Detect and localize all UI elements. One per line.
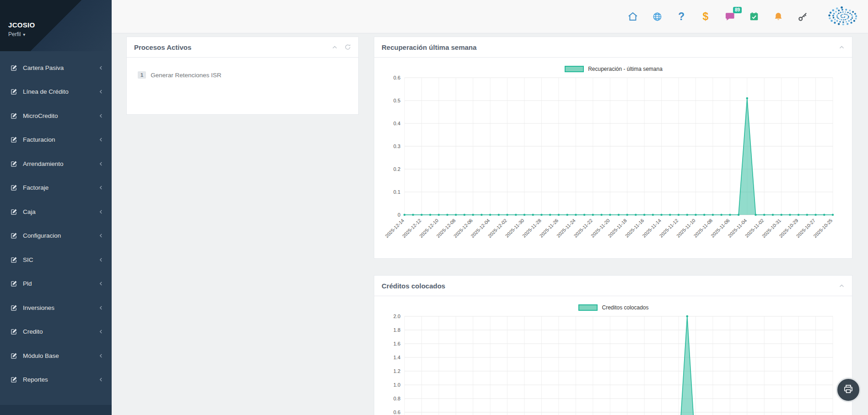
sidebar-item-reportes[interactable]: Reportes [0,368,112,392]
refresh-icon[interactable] [345,44,351,50]
top-bar: ?$89 [112,0,868,33]
chevron-up-icon[interactable] [839,283,845,289]
sidebar-item-label: Línea de Crédito [23,88,98,95]
legend-swatch [578,304,598,311]
sidebar-item-label: MicroCredito [23,112,98,119]
svg-text:0.5: 0.5 [394,98,400,103]
sidebar-item-label: Módulo Base [23,352,98,359]
panel-tools [332,44,351,50]
svg-text:1.8: 1.8 [394,327,400,333]
sidebar-item-pld[interactable]: Pld [0,272,112,296]
recuperacion-chart: Recuperación - última semana 00.10.20.30… [374,58,852,259]
chevron-left-icon [98,209,103,214]
chevron-left-icon [98,305,103,310]
edit-icon [11,304,17,311]
creditos-chart: Creditos colocados 00.20.40.60.81.01.21.… [374,296,852,415]
notifications-icon[interactable] [772,10,784,23]
sidebar-item-factoraje[interactable]: Factoraje [0,176,112,200]
sidebar-item-facturacion[interactable]: Facturacion [0,128,112,152]
dollar-glyph: $ [703,11,709,22]
sidebar-item-microcredito[interactable]: MicroCredito [0,104,112,128]
edit-icon [11,136,17,143]
chevron-left-icon [98,281,103,286]
edit-icon [11,112,17,119]
legend-label: Recuperación - última semana [588,66,663,72]
edit-icon [11,280,17,287]
sidebar-item-arrendamiento[interactable]: Arrendamiento [0,152,112,176]
process-item[interactable]: 1Generar Retenciones ISR [138,71,358,79]
messages-icon[interactable]: 89 [724,10,736,23]
dotted-globe-logo[interactable] [822,2,864,31]
sidebar-item-label: Factoraje [23,184,98,191]
chevron-up-icon[interactable] [839,44,845,50]
main-content: Procesos Activos 1Generar Retenciones IS… [112,33,868,415]
panel-procesos-activos: Procesos Activos 1Generar Retenciones IS… [126,37,359,115]
sidebar-item-cartera-pasiva[interactable]: Cartera Pasiva [0,56,112,80]
recuperacion-chart-canvas: 00.10.20.30.40.50.62025-12-142025-12-122… [381,74,845,259]
panel-creditos-colocados: Créditos colocados Creditos colocados 00… [374,275,852,415]
sidebar-item-label: Reportes [23,376,98,383]
print-button[interactable] [836,378,861,402]
edit-icon [11,64,17,71]
messages-badge: 89 [733,7,742,13]
sidebar-item-caja[interactable]: Caja [0,200,112,224]
chevron-left-icon [98,137,103,142]
caret-down-icon: ▾ [23,32,25,37]
process-list: 1Generar Retenciones ISR [127,71,358,79]
process-label: Generar Retenciones ISR [151,72,221,79]
panel-tools [839,283,845,289]
panel-title: Recuperación última semana [382,43,839,51]
panel-header: Procesos Activos [127,37,358,58]
sidebar-item-label: Inversiones [23,304,98,311]
sidebar-footer [0,405,112,415]
panel-title: Procesos Activos [134,43,332,51]
sidebar-item-modulo-base[interactable]: Módulo Base [0,344,112,368]
chevron-left-icon [98,185,103,190]
sidebar-item-label: Facturacion [23,136,98,143]
help-glyph: ? [678,11,685,22]
chevron-left-icon [98,353,103,358]
panel-recuperacion: Recuperación última semana Recuperación … [374,37,852,259]
chevron-left-icon [98,161,103,166]
sidebar-item-inversiones[interactable]: Inversiones [0,296,112,320]
sidebar-item-label: Credito [23,328,98,335]
dollar-icon[interactable]: $ [700,10,712,23]
svg-text:0.3: 0.3 [394,144,400,149]
svg-text:0.2: 0.2 [394,166,400,172]
profile-dropdown[interactable]: Perfil ▾ [8,31,25,37]
profile-dropdown-label: Perfil [8,31,21,37]
svg-text:0: 0 [398,212,400,218]
legend-label: Creditos colocados [602,304,648,311]
edit-icon [11,184,17,191]
chevron-left-icon [98,113,103,118]
svg-text:0.6: 0.6 [394,75,400,80]
home-icon[interactable] [627,10,639,23]
edit-icon [11,376,17,383]
chart-legend: Creditos colocados [381,304,846,311]
edit-icon [11,208,17,215]
sidebar-item-label: Configuracion [23,232,98,239]
panel-title: Créditos colocados [382,282,839,290]
sidebar-item-configuracion[interactable]: Configuracion [0,224,112,248]
chart-legend: Recuperación - última semana [381,66,846,72]
sidebar-item-sic[interactable]: SIC [0,248,112,272]
svg-text:1.2: 1.2 [394,368,400,374]
print-icon [842,383,854,397]
tasks-icon[interactable] [748,10,760,23]
creditos-chart-canvas: 00.20.40.60.81.01.21.41.61.82.02025-12-1… [381,313,845,415]
top-icon-row: ?$89 [627,10,809,23]
edit-icon [11,88,17,95]
help-icon[interactable]: ? [675,10,687,23]
sidebar-item-linea-de-credito[interactable]: Línea de Crédito [0,80,112,104]
panel-tools [839,44,845,50]
sidebar-item-credito[interactable]: Credito [0,320,112,344]
sidebar-item-label: Caja [23,208,98,215]
key-icon[interactable] [797,10,809,23]
panel-header: Recuperación última semana [374,37,852,58]
chevron-left-icon [98,65,103,70]
chevron-left-icon [98,329,103,334]
chevron-left-icon [98,377,103,382]
sidebar-item-label: Arrendamiento [23,160,98,167]
chevron-up-icon[interactable] [332,44,338,50]
globe-icon[interactable] [651,10,663,23]
